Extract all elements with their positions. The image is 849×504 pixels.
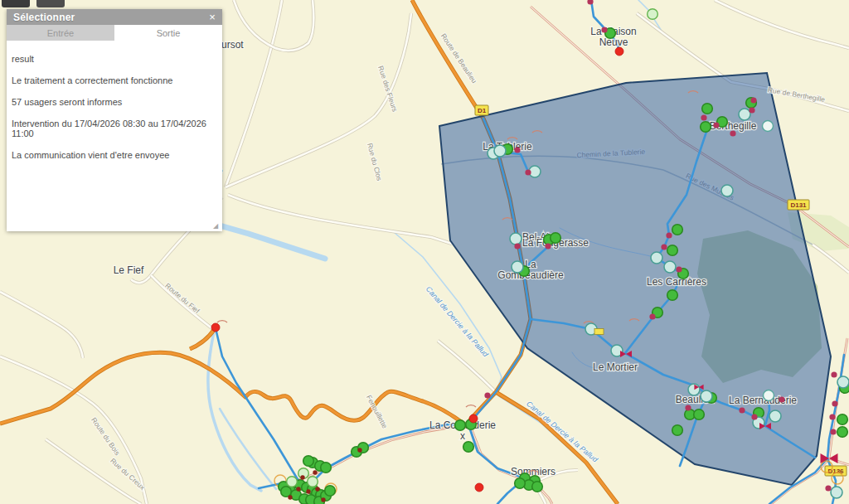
place-label: Le Mortier	[593, 361, 638, 373]
darkred-marker[interactable]	[306, 489, 310, 493]
green-marker[interactable]	[837, 427, 848, 438]
crimson-marker[interactable]	[829, 414, 835, 419]
road-shield-label: D1	[478, 107, 487, 114]
teal-marker[interactable]	[510, 233, 522, 245]
green-marker[interactable]	[701, 122, 711, 133]
crimson-marker[interactable]	[713, 122, 719, 128]
resize-handle[interactable]: ◢	[213, 223, 220, 230]
white-marker[interactable]	[764, 390, 774, 401]
crimson-marker[interactable]	[514, 147, 520, 153]
darkred-marker[interactable]	[296, 487, 300, 491]
white-marker[interactable]	[763, 121, 774, 132]
green-marker[interactable]	[455, 420, 466, 431]
crimson-marker[interactable]	[514, 243, 520, 249]
crimson-marker[interactable]	[701, 114, 706, 120]
teal-marker[interactable]	[831, 487, 842, 498]
dialog-title: Sélectionner	[13, 12, 209, 23]
green-marker[interactable]	[321, 463, 332, 473]
green-marker[interactable]	[702, 104, 713, 114]
crimson-marker[interactable]	[750, 97, 756, 103]
crimson-marker[interactable]	[685, 405, 691, 410]
map-application: Chemin de la TublerieRue des MussesChena…	[0, 0, 849, 504]
crimson-marker[interactable]	[601, 27, 607, 32]
crimson-marker[interactable]	[666, 232, 672, 238]
teal-marker[interactable]	[701, 390, 712, 402]
crimson-marker[interactable]	[676, 266, 682, 272]
crimson-marker[interactable]	[830, 429, 836, 434]
crimson-marker[interactable]	[779, 396, 784, 402]
equipment-icon[interactable]	[594, 329, 604, 335]
teal-marker[interactable]	[494, 145, 506, 157]
toolbar-button-2[interactable]	[36, 0, 65, 7]
red-marker[interactable]	[211, 323, 220, 332]
dialog-tabs: Entrée Sortie	[7, 25, 222, 41]
red-marker[interactable]	[475, 483, 483, 492]
output-line: La communication vient d'etre envoyee	[12, 150, 217, 160]
palegreen-marker[interactable]	[308, 477, 318, 487]
palegreen-marker[interactable]	[648, 9, 658, 20]
crimson-marker[interactable]	[661, 244, 667, 250]
green-marker[interactable]	[551, 233, 561, 244]
toolbar-button-1[interactable]	[2, 0, 30, 7]
darkred-marker[interactable]	[313, 470, 317, 474]
red-marker[interactable]	[615, 47, 623, 56]
darkred-marker[interactable]	[288, 495, 292, 499]
darkred-marker[interactable]	[300, 475, 304, 479]
darkred-marker[interactable]	[321, 497, 325, 502]
crimson-marker[interactable]	[730, 130, 735, 136]
place-label: Les Carrières	[647, 276, 706, 288]
green-marker[interactable]	[325, 486, 336, 497]
green-marker[interactable]	[463, 442, 474, 453]
green-marker[interactable]	[303, 456, 314, 467]
green-marker[interactable]	[667, 245, 678, 256]
crimson-marker[interactable]	[545, 243, 551, 249]
teal-marker[interactable]	[664, 261, 676, 273]
output-line: 57 usagers seront informes	[12, 97, 217, 107]
teal-marker[interactable]	[769, 410, 781, 422]
teal-marker[interactable]	[721, 185, 733, 196]
output-line: Intervention du 17/04/2026 08:30 au 17/0…	[12, 119, 217, 138]
teal-marker[interactable]	[837, 376, 849, 388]
teal-marker[interactable]	[688, 384, 700, 395]
tab-sortie[interactable]: Sortie	[114, 25, 222, 41]
crimson-marker[interactable]	[649, 313, 655, 319]
place-label: Le Fief	[114, 264, 144, 276]
crimson-marker[interactable]	[739, 407, 745, 413]
crimson-marker[interactable]	[749, 107, 754, 113]
crimson-marker[interactable]	[484, 392, 490, 398]
select-dialog: Sélectionner × Entrée Sortie resultLe tr…	[7, 9, 222, 231]
green-marker[interactable]	[672, 425, 683, 436]
crimson-marker[interactable]	[831, 371, 837, 377]
teal-marker[interactable]	[651, 252, 662, 264]
teal-marker[interactable]	[512, 261, 523, 273]
green-marker[interactable]	[532, 482, 543, 492]
green-marker[interactable]	[667, 290, 678, 301]
crimson-marker[interactable]	[832, 400, 837, 406]
crimson-marker[interactable]	[751, 414, 757, 419]
output-line: result	[12, 54, 217, 64]
output-line: Le traitement a correctement fonctionne	[12, 75, 217, 85]
dialog-titlebar[interactable]: Sélectionner ×	[7, 9, 222, 25]
darkred-marker[interactable]	[315, 487, 319, 491]
crimson-marker[interactable]	[825, 485, 831, 491]
green-marker[interactable]	[515, 478, 526, 489]
close-icon[interactable]: ×	[209, 12, 216, 22]
green-marker[interactable]	[837, 414, 848, 425]
teal-marker[interactable]	[739, 109, 750, 120]
darkred-marker[interactable]	[357, 448, 361, 452]
dialog-output: resultLe traitement a correctement fonct…	[7, 41, 222, 160]
tab-entree[interactable]: Entrée	[7, 25, 114, 41]
green-marker[interactable]	[694, 410, 705, 420]
road-shield-label: D131	[790, 201, 807, 209]
green-marker[interactable]	[672, 225, 683, 235]
palegreen-marker[interactable]	[287, 477, 298, 487]
crimson-marker[interactable]	[525, 169, 531, 175]
red-marker[interactable]	[469, 414, 478, 423]
